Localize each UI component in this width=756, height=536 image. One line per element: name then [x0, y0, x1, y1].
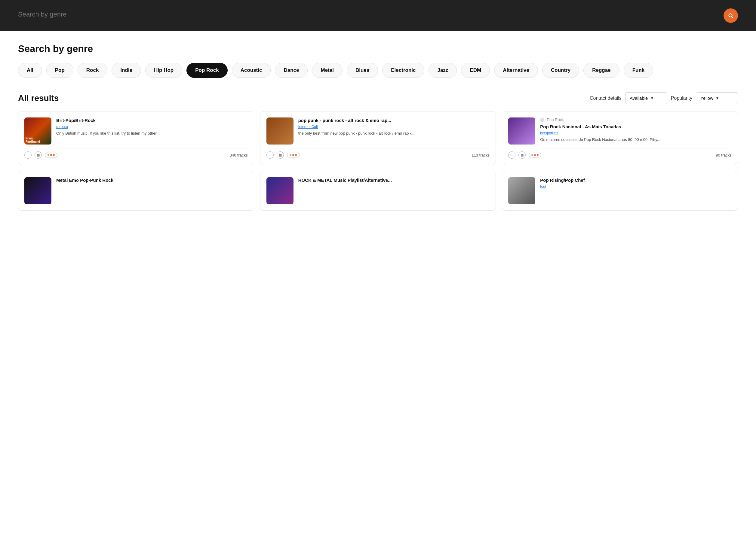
- genre-chip-pop-rock[interactable]: Pop Rock: [187, 63, 227, 78]
- card-metal-emo[interactable]: Metal Emo Pop-Punk Rock: [18, 171, 254, 211]
- card-tracks: 90 tracks: [716, 153, 732, 157]
- card-desc: the only best from new pop punk - punk r…: [298, 131, 490, 136]
- pop-rock-circle: [540, 118, 544, 122]
- card-desc: Only British music. If you like this lis…: [56, 131, 248, 136]
- card-image: [267, 117, 294, 145]
- more-options-icon[interactable]: [45, 152, 57, 157]
- card-info: Pop Rising/Pop Chef tout: [540, 177, 732, 204]
- card-top: Metal Emo Pop-Punk Rock: [24, 177, 248, 204]
- instagram-icon[interactable]: ▦: [35, 151, 42, 159]
- popularity-value: Yellow: [701, 95, 713, 101]
- card-info: Brit-Pop/Brit-Rock o-diosa Only British …: [56, 117, 248, 145]
- card-pop-rising[interactable]: Pop Rising/Pop Chef tout: [502, 171, 738, 211]
- card-top: ROCK & METAL Music Playlist/Alternative.…: [267, 177, 490, 204]
- card-title: ROCK & METAL Music Playlist/Alternative.…: [298, 177, 490, 183]
- chevron-down-icon: ▼: [650, 96, 654, 100]
- dot2: [292, 154, 294, 156]
- card-top: FranzFerdinand Brit-Pop/Brit-Rock o-dios…: [24, 117, 248, 145]
- card-image: [508, 177, 535, 204]
- genre-chip-electronic[interactable]: Electronic: [382, 63, 424, 78]
- more-options-icon[interactable]: [529, 152, 541, 157]
- contact-details-select[interactable]: Available ▼: [625, 92, 667, 104]
- search-icon: [728, 12, 734, 19]
- more-options-icon[interactable]: [287, 152, 300, 157]
- card-brit-pop[interactable]: FranzFerdinand Brit-Pop/Brit-Rock o-dios…: [18, 111, 254, 165]
- card-desc: Os maiores sucessos do Pop Rock Nacional…: [540, 137, 732, 142]
- search-button[interactable]: [724, 8, 738, 23]
- card-icons: ☉ ▦: [24, 151, 57, 159]
- card-pop-rock-nacional[interactable]: Pop Rock Pop Rock Nacional - As Mais Toc…: [502, 111, 738, 165]
- dot1: [290, 154, 291, 156]
- genre-chip-pop[interactable]: Pop: [46, 63, 73, 78]
- instagram-icon[interactable]: ▦: [277, 151, 284, 159]
- dot2: [50, 154, 52, 156]
- instagram-icon[interactable]: ▦: [519, 151, 526, 159]
- chevron-down-icon: ▼: [716, 96, 719, 100]
- genre-chip-edm[interactable]: EDM: [461, 63, 490, 78]
- share-icon[interactable]: ☉: [508, 151, 516, 159]
- genre-chip-alternative[interactable]: Alternative: [494, 63, 538, 78]
- card-title: Metal Emo Pop-Punk Rock: [56, 177, 248, 183]
- badge-label: Pop Rock: [547, 117, 563, 122]
- genre-chip-acoustic[interactable]: Acoustic: [232, 63, 271, 78]
- card-pop-punk[interactable]: pop punk - punk rock - alt rock & emo ra…: [260, 111, 496, 165]
- results-header: All results Contact details Available ▼ …: [18, 92, 738, 104]
- genre-grid: AllPopRockIndieHip HopPop RockAcousticDa…: [18, 63, 738, 78]
- card-footer: ☉ ▦ 90 tracks: [508, 148, 732, 159]
- genre-chip-funk[interactable]: Funk: [624, 63, 654, 78]
- genre-chip-country[interactable]: Country: [542, 63, 579, 78]
- genre-chip-all[interactable]: All: [18, 63, 42, 78]
- card-top: Pop Rock Pop Rock Nacional - As Mais Toc…: [508, 117, 732, 145]
- share-icon[interactable]: ☉: [24, 151, 32, 159]
- card-footer: ☉ ▦ 113 tracks: [267, 148, 490, 159]
- card-subtitle[interactable]: hotspotlists: [540, 131, 732, 135]
- card-image-text: FranzFerdinand: [24, 136, 41, 145]
- genre-chip-hip-hop[interactable]: Hip Hop: [145, 63, 182, 78]
- card-image: FranzFerdinand: [24, 117, 52, 145]
- genre-chip-metal[interactable]: Metal: [312, 63, 342, 78]
- card-title: pop punk - punk rock - alt rock & emo ra…: [298, 117, 490, 123]
- card-tracks: 113 tracks: [472, 153, 489, 157]
- card-image: [508, 117, 535, 145]
- card-title: Brit-Pop/Brit-Rock: [56, 117, 248, 123]
- cards-grid: FranzFerdinand Brit-Pop/Brit-Rock o-dios…: [18, 111, 738, 211]
- share-icon[interactable]: ☉: [267, 151, 274, 159]
- card-top: Pop Rising/Pop Chef tout: [508, 177, 732, 204]
- card-top: pop punk - punk rock - alt rock & emo ra…: [267, 117, 490, 145]
- results-title: All results: [18, 93, 586, 103]
- popularity-select[interactable]: Yellow ▼: [696, 92, 738, 104]
- card-image: [267, 177, 294, 204]
- card-info: ROCK & METAL Music Playlist/Alternative.…: [298, 177, 490, 204]
- card-subtitle[interactable]: Internet Cult: [298, 125, 490, 129]
- contact-details-value: Available: [630, 95, 648, 101]
- card-icons: ☉ ▦: [508, 151, 541, 159]
- contact-details-label: Contact details: [590, 95, 622, 101]
- card-info: Metal Emo Pop-Punk Rock: [56, 177, 248, 204]
- dot1: [531, 154, 533, 156]
- card-image: [24, 177, 52, 204]
- dot1: [48, 154, 49, 156]
- pop-rock-badge: Pop Rock: [540, 117, 732, 122]
- genre-chip-indie[interactable]: Indie: [112, 63, 141, 78]
- search-bar[interactable]: [18, 11, 719, 21]
- genre-chip-reggae[interactable]: Reggae: [583, 63, 619, 78]
- card-title: Pop Rock Nacional - As Mais Tocadas: [540, 124, 732, 130]
- dot3: [53, 154, 55, 156]
- card-title: Pop Rising/Pop Chef: [540, 177, 732, 183]
- genre-chip-jazz[interactable]: Jazz: [428, 63, 457, 78]
- card-subtitle[interactable]: o-diosa: [56, 125, 248, 129]
- card-tracks: 340 tracks: [230, 153, 248, 157]
- genre-section-title: Search by genre: [18, 43, 738, 54]
- genre-chip-blues[interactable]: Blues: [347, 63, 378, 78]
- header: [0, 0, 756, 31]
- main-content: Search by genre AllPopRockIndieHip HopPo…: [0, 31, 756, 223]
- card-info: pop punk - punk rock - alt rock & emo ra…: [298, 117, 490, 145]
- dot3: [537, 154, 539, 156]
- genre-chip-dance[interactable]: Dance: [275, 63, 307, 78]
- card-subtitle[interactable]: tout: [540, 184, 732, 189]
- dot3: [295, 154, 297, 156]
- dot2: [534, 154, 536, 156]
- genre-chip-rock[interactable]: Rock: [78, 63, 108, 78]
- search-input[interactable]: [18, 11, 719, 18]
- card-rock-metal[interactable]: ROCK & METAL Music Playlist/Alternative.…: [260, 171, 496, 211]
